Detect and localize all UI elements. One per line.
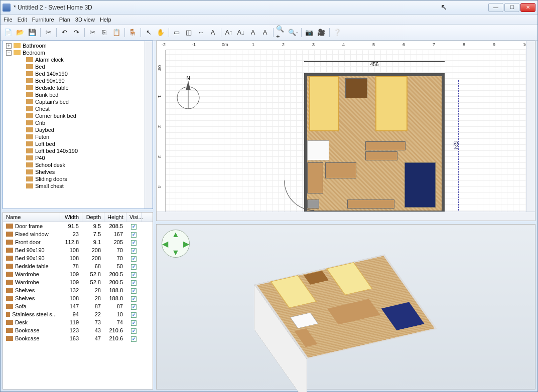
zoom-in-icon[interactable]: 🔍+ [276,27,287,38]
catalog-item[interactable]: Crib [3,119,153,126]
menu-furniture[interactable]: Furniture [32,17,54,23]
catalog-item[interactable]: School desk [3,161,153,168]
visible-checkbox[interactable]: ✔ [131,336,137,342]
plan-sofa[interactable] [405,162,436,208]
col-depth[interactable]: Depth [82,213,104,222]
visible-checkbox[interactable]: ✔ [131,240,137,246]
bold-icon[interactable]: A [247,27,258,38]
italic-icon[interactable]: A [259,27,271,38]
undo-icon[interactable]: ↶ [59,27,70,38]
visible-checkbox[interactable]: ✔ [131,304,137,310]
menu-edit[interactable]: Edit [18,17,27,23]
photo-icon[interactable]: 📷 [304,27,315,38]
add-furniture-icon[interactable]: 🪑 [127,27,138,38]
catalog-item[interactable]: Bed [3,63,153,70]
table-row[interactable]: Stainless steel s...942210✔ [3,310,153,318]
visible-checkbox[interactable]: ✔ [131,320,137,326]
nav-right-icon[interactable]: ▶ [183,239,189,249]
expand-icon[interactable]: + [6,43,12,49]
create-rooms-icon[interactable]: ◫ [183,27,194,38]
plan-shelves-1[interactable] [365,141,406,150]
plan-2d-panel[interactable]: -2-10m123456789101112 0m12345 N 456 524 [156,41,535,221]
furniture-catalog-tree[interactable]: +Bathroom−BedroomAlarm clockBedBed 140x1… [3,41,153,209]
col-width[interactable]: Width [60,213,82,222]
create-dimensions-icon[interactable]: ↔ [195,27,206,38]
save-icon[interactable]: 💾 [27,27,38,38]
text-size-up-icon[interactable]: A↑ [223,27,234,38]
menu-3dview[interactable]: 3D view [75,17,95,23]
table-row[interactable]: Shelves13228188.8✔ [3,286,153,294]
copy-icon[interactable]: ⎘ [99,27,110,38]
nav-up-icon[interactable]: ▲ [172,230,180,239]
catalog-item[interactable]: Corner bunk bed [3,112,153,119]
plan-wardrobe-2[interactable] [325,162,356,178]
visible-checkbox[interactable]: ✔ [131,328,137,334]
catalog-item[interactable]: Bed 140x190 [3,70,153,77]
table-row[interactable]: Fixed window237.5167✔ [3,230,153,238]
table-row[interactable]: Door frame91.59.5208.5✔ [3,222,153,230]
text-size-down-icon[interactable]: A↓ [235,27,246,38]
zoom-out-icon[interactable]: 🔍- [288,27,299,38]
table-row[interactable]: Sofa1478787✔ [3,302,153,310]
menu-plan[interactable]: Plan [59,17,70,23]
help-icon[interactable]: ❔ [332,27,343,38]
furniture-list-table[interactable]: Name Width Depth Height Visi... Door fra… [3,212,153,389]
plan-canvas[interactable]: N 456 524 23.34 m² [166,50,526,212]
catalog-item[interactable]: Bed 90x190 [3,77,153,84]
visible-checkbox[interactable]: ✔ [131,288,137,294]
visible-checkbox[interactable]: ✔ [131,280,137,286]
cut-icon[interactable]: ✂ [87,27,98,38]
visible-checkbox[interactable]: ✔ [131,312,137,318]
new-icon[interactable]: 📄 [3,27,14,38]
table-row[interactable]: Wardrobe10952.8200.5✔ [3,278,153,286]
plan-bed-2[interactable] [375,76,408,131]
visible-checkbox[interactable]: ✔ [131,224,137,230]
menu-help[interactable]: Help [100,17,111,23]
table-row[interactable]: Bed 90x19010820870✔ [3,254,153,262]
plan-bed-1[interactable] [309,76,339,131]
select-tool-icon[interactable]: ↖ [143,27,154,38]
create-walls-icon[interactable]: ▭ [171,27,182,38]
catalog-item[interactable]: Bunk bed [3,91,153,98]
scrollbar-vertical[interactable] [145,41,153,209]
nav-left-icon[interactable]: ◀ [162,239,168,249]
table-row[interactable]: Desk1197374✔ [3,318,153,326]
catalog-item[interactable]: Shelves [3,168,153,175]
scrollbar-horizontal[interactable] [157,212,535,221]
col-visible[interactable]: Visi... [126,213,142,222]
titlebar[interactable]: * Untitled 2 - Sweet Home 3D — ☐ ✕ [1,1,537,15]
view-3d-panel[interactable]: ▲ ▼ ◀ ▶ [156,224,535,389]
redo-icon[interactable]: ↷ [71,27,82,38]
scrollbar-vertical[interactable] [526,41,535,212]
create-text-icon[interactable]: A [207,27,218,38]
table-row[interactable]: Shelves10828188.8✔ [3,294,153,302]
visible-checkbox[interactable]: ✔ [131,264,137,270]
visible-checkbox[interactable]: ✔ [131,296,137,302]
visible-checkbox[interactable]: ✔ [131,256,137,262]
table-row[interactable]: Bookcase12343210.6✔ [3,326,153,334]
open-icon[interactable]: 📂 [15,27,26,38]
maximize-button[interactable]: ☐ [504,3,519,12]
catalog-item[interactable]: Loft bed [3,140,153,147]
table-row[interactable]: Bookcase16347210.6✔ [3,334,153,342]
close-button[interactable]: ✕ [520,3,535,12]
col-height[interactable]: Height [104,213,126,222]
plan-shelves-2[interactable] [365,151,397,160]
minimize-button[interactable]: — [488,3,503,12]
plan-desk[interactable] [307,140,329,160]
plan-bookcase-1[interactable] [347,200,394,209]
pan-tool-icon[interactable]: ✋ [155,27,166,38]
visible-checkbox[interactable]: ✔ [131,272,137,278]
table-row[interactable]: Front door112.89.1205✔ [3,238,153,246]
collapse-icon[interactable]: − [6,50,12,56]
catalog-item[interactable]: Captain's bed [3,98,153,105]
view-3d-nav-control[interactable]: ▲ ▼ ◀ ▶ [162,230,190,258]
catalog-item[interactable]: Daybed [3,126,153,133]
catalog-category[interactable]: −Bedroom [3,49,153,56]
menu-file[interactable]: File [4,17,13,23]
visible-checkbox[interactable]: ✔ [131,248,137,254]
table-row[interactable]: Wardrobe10952.8200.5✔ [3,270,153,278]
catalog-item[interactable]: Futon [3,133,153,140]
nav-down-icon[interactable]: ▼ [172,248,180,257]
paste-icon[interactable]: 📋 [111,27,122,38]
